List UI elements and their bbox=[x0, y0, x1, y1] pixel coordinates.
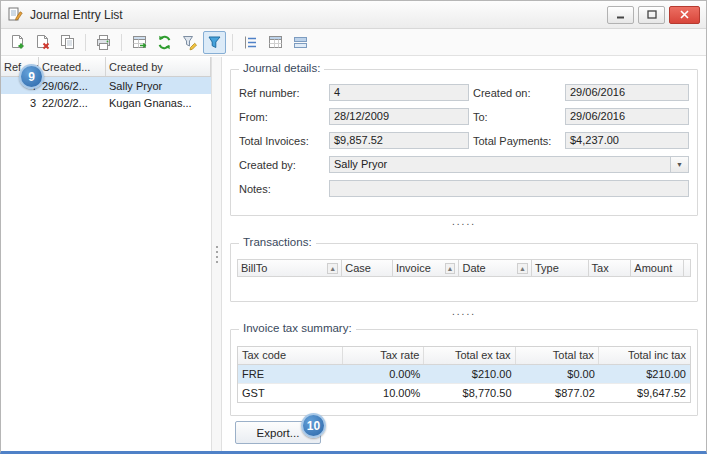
field-label: To: bbox=[473, 111, 561, 123]
horizontal-splitter[interactable]: ..... bbox=[230, 307, 698, 320]
field-label: Notes: bbox=[239, 183, 325, 195]
notes-field[interactable] bbox=[329, 180, 689, 197]
tax-summary-body: FRE0.00%$210.00$0.00$210.00GST10.00%$8,7… bbox=[238, 365, 690, 402]
list-cell: Sally Pryor bbox=[106, 80, 211, 92]
delete-entry-icon[interactable] bbox=[31, 31, 54, 54]
tax-column-header[interactable]: Total inc tax bbox=[599, 347, 690, 364]
minimize-button[interactable] bbox=[607, 6, 634, 24]
tx-column-header[interactable]: BillTo▲ bbox=[237, 259, 342, 277]
created-by-combobox[interactable]: Sally Pryor▼ bbox=[329, 156, 689, 173]
field-value[interactable]: 29/06/2016 bbox=[565, 84, 689, 101]
tax-cell: $9,647.52 bbox=[599, 387, 690, 399]
close-button[interactable] bbox=[669, 6, 700, 24]
field-value[interactable]: $4,237.00 bbox=[565, 132, 689, 149]
tax-summary-row[interactable]: FRE0.00%$210.00$0.00$210.00 bbox=[238, 365, 690, 384]
field-label: Created on: bbox=[473, 87, 561, 99]
column-label: Date bbox=[462, 262, 485, 274]
transactions-group: Transactions: BillTo▲CaseInvoice▲Date▲Ty… bbox=[230, 243, 698, 302]
toolbar bbox=[1, 29, 706, 56]
field-label: Total Invoices: bbox=[239, 135, 325, 147]
dropdown-arrow-icon[interactable]: ▼ bbox=[670, 157, 688, 172]
tax-cell: $210.00 bbox=[424, 368, 515, 380]
tx-column-header[interactable]: Invoice▲ bbox=[392, 259, 460, 277]
group-rows-icon[interactable] bbox=[239, 31, 262, 54]
splitter-grip-dot bbox=[216, 251, 218, 253]
column-label: Created by bbox=[109, 61, 163, 73]
sort-ascending-icon[interactable]: ▲ bbox=[517, 263, 528, 274]
toolbar-separator bbox=[85, 34, 86, 51]
tax-column-header[interactable]: Tax rate bbox=[343, 347, 424, 364]
column-label: Type bbox=[535, 262, 559, 274]
tax-column-header[interactable]: Total tax bbox=[516, 347, 599, 364]
field-value[interactable]: $9,857.52 bbox=[329, 132, 469, 149]
column-label: Created... bbox=[42, 61, 90, 73]
column-label: BillTo bbox=[241, 262, 267, 274]
tax-summary-header: Tax codeTax rateTotal ex taxTotal taxTot… bbox=[238, 347, 690, 365]
list-cell: 29/06/2... bbox=[39, 80, 106, 92]
filter-icon[interactable] bbox=[203, 31, 226, 54]
journal-details-group: Journal details: Ref number:4Created on:… bbox=[230, 69, 698, 216]
refresh-icon[interactable] bbox=[153, 31, 176, 54]
grid-view-icon[interactable] bbox=[264, 31, 287, 54]
journal-list-row[interactable]: 322/02/2...Kugan Gnanas... bbox=[1, 94, 211, 111]
horizontal-splitter[interactable]: ..... bbox=[230, 217, 698, 230]
sort-ascending-icon[interactable]: ▲ bbox=[445, 263, 456, 274]
field-label: From: bbox=[239, 111, 325, 123]
transactions-header: BillTo▲CaseInvoice▲Date▲TypeTaxAmount bbox=[237, 259, 691, 277]
tx-header-filler bbox=[683, 259, 691, 277]
tax-summary-group: Invoice tax summary: Tax codeTax rateTot… bbox=[230, 329, 698, 416]
journal-list-panel: Ref ...▼Created...Created by 429/06/2...… bbox=[1, 57, 212, 451]
main-area: Ref ...▼Created...Created by 429/06/2...… bbox=[1, 57, 706, 451]
list-column-header[interactable]: Created... bbox=[39, 57, 106, 76]
toolbar-separator bbox=[232, 34, 233, 51]
splitter-grip-dot bbox=[216, 256, 218, 258]
combo-value: Sally Pryor bbox=[334, 158, 387, 170]
window-controls bbox=[607, 6, 700, 24]
print-icon[interactable] bbox=[92, 31, 115, 54]
tx-column-header[interactable]: Amount bbox=[630, 259, 684, 277]
tax-summary-row[interactable]: GST10.00%$8,770.50$877.02$9,647.52 bbox=[238, 384, 690, 402]
tx-column-header[interactable]: Tax bbox=[588, 259, 632, 277]
journal-details-fields: Ref number:4Created on:29/06/2016From:28… bbox=[239, 84, 689, 197]
edit-filter-icon[interactable] bbox=[178, 31, 201, 54]
tax-cell: $8,770.50 bbox=[424, 387, 515, 399]
titlebar[interactable]: Journal Entry List bbox=[1, 1, 706, 29]
column-label: Invoice bbox=[396, 262, 431, 274]
window-title: Journal Entry List bbox=[30, 8, 123, 22]
tax-cell: GST bbox=[238, 387, 343, 399]
field-label: Created by: bbox=[239, 159, 325, 171]
list-cell: 3 bbox=[1, 97, 39, 109]
list-cell: Kugan Gnanas... bbox=[106, 97, 211, 109]
new-entry-icon[interactable] bbox=[6, 31, 29, 54]
vertical-splitter[interactable] bbox=[212, 57, 222, 451]
tax-column-header[interactable]: Tax code bbox=[238, 347, 343, 364]
maximize-button[interactable] bbox=[638, 6, 665, 24]
journal-entry-list-window: Journal Entry List Ref ...▼Created...Cre… bbox=[0, 0, 707, 454]
column-label: Tax bbox=[592, 262, 609, 274]
tx-column-header[interactable]: Type bbox=[531, 259, 589, 277]
tax-cell: 0.00% bbox=[343, 368, 424, 380]
tax-cell: FRE bbox=[238, 368, 343, 380]
field-value[interactable]: 4 bbox=[329, 84, 469, 101]
row-view-icon[interactable] bbox=[289, 31, 312, 54]
toolbar-separator bbox=[121, 34, 122, 51]
tax-summary-title: Invoice tax summary: bbox=[239, 322, 356, 334]
tax-cell: 10.00% bbox=[343, 387, 424, 399]
step-badge-10: 10 bbox=[301, 413, 326, 438]
sort-ascending-icon[interactable]: ▲ bbox=[327, 263, 338, 274]
tax-column-header[interactable]: Total ex tax bbox=[424, 347, 515, 364]
list-column-header[interactable]: Created by bbox=[106, 57, 211, 76]
field-value[interactable]: 28/12/2009 bbox=[329, 108, 469, 125]
tx-column-header[interactable]: Date▲ bbox=[458, 259, 532, 277]
tx-column-header[interactable]: Case bbox=[341, 259, 393, 277]
export-table-icon[interactable] bbox=[128, 31, 151, 54]
tax-cell: $210.00 bbox=[599, 368, 690, 380]
splitter-grip-dots: ..... bbox=[452, 309, 476, 314]
tax-summary-table: Tax codeTax rateTotal ex taxTotal taxTot… bbox=[237, 346, 691, 403]
copy-entry-icon[interactable] bbox=[56, 31, 79, 54]
field-label: Total Payments: bbox=[473, 135, 561, 147]
field-value[interactable]: 29/06/2016 bbox=[565, 108, 689, 125]
journal-details-title: Journal details: bbox=[239, 62, 324, 74]
splitter-grip-dots: ..... bbox=[452, 219, 476, 224]
journal-icon bbox=[7, 6, 24, 23]
